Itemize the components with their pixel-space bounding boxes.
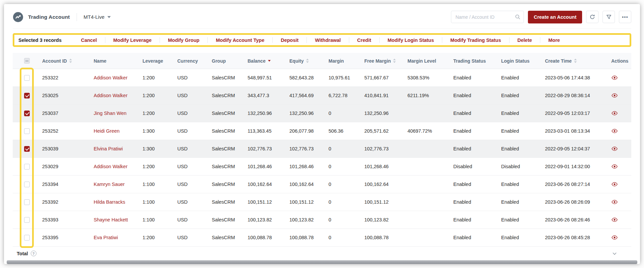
- column-header-create-time[interactable]: Create Time: [545, 58, 611, 64]
- column-header-balance[interactable]: Balance: [248, 58, 289, 64]
- eye-icon: [611, 92, 618, 99]
- cell-balance: 101,268.46: [248, 164, 289, 169]
- cell-name-link[interactable]: Addison Walker: [94, 164, 143, 169]
- row-checkbox[interactable]: [24, 217, 30, 223]
- column-label: Currency: [177, 58, 198, 64]
- view-account-button[interactable]: [611, 145, 618, 152]
- action-modify-login-status[interactable]: Modify Login Status: [380, 38, 442, 43]
- action-delete[interactable]: Delete: [510, 38, 540, 43]
- cell-login-status: Enabled: [501, 146, 545, 151]
- cell-actions: [611, 234, 631, 241]
- cell-trading-status: Enabled: [453, 146, 501, 151]
- cell-balance: 132,250.96: [248, 111, 289, 116]
- column-header-free-margin[interactable]: Free Margin: [364, 58, 407, 64]
- table-footer: Total ?: [13, 246, 631, 260]
- sort-up-caret: [306, 59, 309, 60]
- column-header-account-id[interactable]: Account ID: [42, 58, 94, 64]
- cell-name-link[interactable]: Hilda Barracks: [94, 199, 143, 205]
- sort-icon[interactable]: [574, 59, 577, 63]
- cell-name-link[interactable]: Addison Walker: [94, 75, 143, 80]
- cell-name-link[interactable]: Heidi Green: [94, 128, 143, 134]
- cell-leverage: 1:200: [143, 164, 177, 169]
- trend-up-logo-icon: [13, 12, 23, 22]
- sort-icon[interactable]: [69, 59, 72, 63]
- cell-group: SalesCRM: [212, 164, 248, 169]
- row-checkbox[interactable]: [24, 235, 30, 241]
- column-header-equity[interactable]: Equity: [289, 58, 329, 64]
- row-checkbox[interactable]: [24, 128, 30, 134]
- refresh-button[interactable]: [586, 11, 599, 23]
- sort-up-caret: [574, 59, 577, 60]
- cell-name-link[interactable]: Kamryn Sauer: [94, 182, 143, 187]
- sort-icon[interactable]: [306, 59, 309, 63]
- column-label: Free Margin: [364, 58, 391, 64]
- sort-icon[interactable]: [393, 59, 396, 63]
- view-account-button[interactable]: [611, 181, 618, 188]
- eye-icon: [611, 234, 618, 241]
- filter-button[interactable]: [603, 11, 615, 23]
- view-account-button[interactable]: [611, 92, 618, 99]
- action-modify-trading-status[interactable]: Modify Trading Status: [442, 38, 509, 43]
- action-cancel[interactable]: Cancel: [73, 38, 105, 43]
- view-account-button[interactable]: [611, 216, 618, 223]
- cell-name-link[interactable]: Shayne Hackett: [94, 217, 143, 222]
- view-account-button[interactable]: [611, 128, 618, 134]
- more-button[interactable]: •••: [619, 11, 631, 23]
- view-account-button[interactable]: [611, 199, 618, 205]
- cell-equity: 102,776.73: [289, 146, 329, 151]
- cell-login-status: Disabled: [501, 164, 545, 169]
- cell-balance: 343,477.3: [248, 93, 289, 98]
- cell-name-link[interactable]: Eva Pratiwi: [94, 235, 143, 240]
- row-checkbox[interactable]: [24, 199, 30, 205]
- cell-currency: USD: [177, 146, 212, 151]
- row-select-cell: [13, 111, 42, 116]
- cell-trading-status: Enabled: [453, 217, 501, 222]
- view-account-button[interactable]: [611, 163, 618, 170]
- action-withdrawal[interactable]: Withdrawal: [307, 38, 349, 43]
- eye-icon: [611, 163, 618, 170]
- cell-margin: 0: [329, 146, 364, 151]
- search-icon[interactable]: [515, 14, 521, 21]
- view-account-button[interactable]: [611, 110, 618, 117]
- refresh-icon: [589, 14, 595, 20]
- question-circle-icon[interactable]: ?: [31, 251, 36, 256]
- eye-icon: [611, 128, 618, 134]
- cell-name-link[interactable]: Jing Shan Wen: [94, 111, 143, 116]
- action-more[interactable]: More: [540, 38, 568, 43]
- column-label: Margin Level: [407, 58, 436, 64]
- server-selector[interactable]: MT4-Live: [84, 14, 111, 20]
- row-checkbox[interactable]: [24, 146, 30, 152]
- cell-login-status: Enabled: [501, 111, 545, 116]
- action-credit[interactable]: Credit: [349, 38, 379, 43]
- cell-name-link[interactable]: Elvina Pratiwi: [94, 146, 143, 151]
- table-body: 253322Addison Walker1:200USDSalesCRM548,…: [13, 69, 631, 247]
- row-checkbox[interactable]: [24, 111, 30, 116]
- cell-create-time: 2023-06-26 08:27:14: [545, 182, 611, 187]
- row-checkbox[interactable]: [24, 164, 30, 170]
- view-account-button[interactable]: [611, 234, 618, 241]
- column-header-margin-level: Margin Level: [407, 58, 453, 64]
- cell-currency: USD: [177, 164, 212, 169]
- row-checkbox[interactable]: [24, 182, 30, 187]
- row-checkbox[interactable]: [24, 75, 30, 81]
- cell-trading-status: Enabled: [453, 111, 501, 116]
- action-modify-account-type[interactable]: Modify Account Type: [208, 38, 272, 43]
- chevron-down-icon[interactable]: [612, 251, 617, 256]
- action-modify-group[interactable]: Modify Group: [160, 38, 207, 43]
- view-account-button[interactable]: [611, 74, 618, 81]
- select-all-checkbox[interactable]: [24, 58, 30, 64]
- cell-group: SalesCRM: [212, 128, 248, 134]
- sort-desc-icon[interactable]: [268, 60, 271, 62]
- cell-name-link[interactable]: Addison Walker: [94, 93, 143, 98]
- cell-currency: USD: [177, 93, 212, 98]
- row-checkbox[interactable]: [24, 93, 30, 98]
- action-modify-leverage[interactable]: Modify Leverage: [105, 38, 160, 43]
- cell-login-status: Enabled: [501, 199, 545, 205]
- horizontal-scrollbar[interactable]: [7, 260, 637, 264]
- search-input[interactable]: [451, 11, 524, 23]
- create-account-button[interactable]: Create an Account: [528, 11, 582, 23]
- action-deposit[interactable]: Deposit: [273, 38, 306, 43]
- row-select-cell: [13, 164, 42, 170]
- total-label: Total: [17, 251, 28, 256]
- cell-create-time: 2022-09-05 12:04:37: [545, 146, 611, 151]
